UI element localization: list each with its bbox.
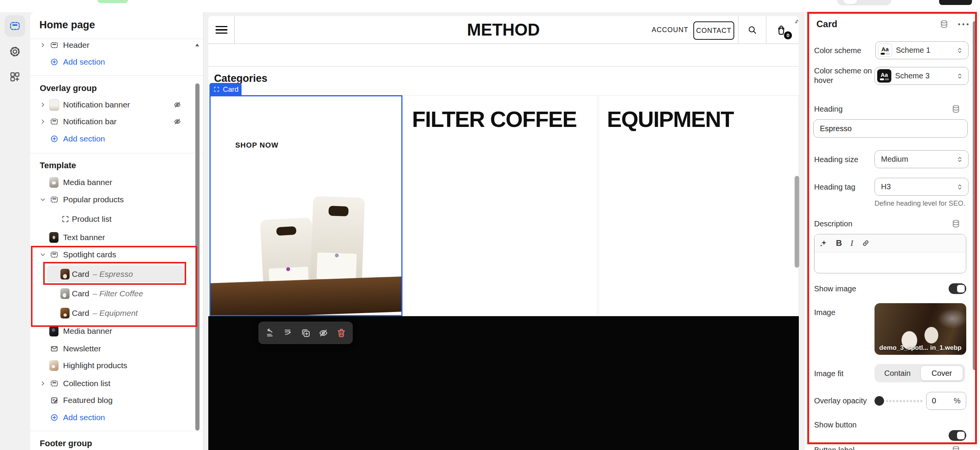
sidebar-item-card-espresso[interactable]: Card– Espresso [30, 266, 203, 283]
opacity-slider-knob[interactable] [875, 396, 884, 406]
color-scheme-select[interactable]: Aa Scheme 1 [875, 41, 969, 59]
divider [30, 431, 203, 431]
add-section-button[interactable]: Add section [30, 130, 203, 147]
color-scheme-hover-select[interactable]: Aa Scheme 3 [875, 67, 969, 85]
rail-sections-button[interactable] [5, 15, 25, 37]
move-into-icon[interactable] [282, 328, 293, 338]
sidebar-item-media-banner-2[interactable]: Media banner [30, 323, 203, 340]
canvas-scroll-arrow[interactable] [794, 18, 800, 23]
select-value: Scheme 1 [896, 46, 930, 55]
group-heading-template: Template [40, 157, 76, 174]
sidebar-scrollbar[interactable] [195, 83, 200, 431]
dynamic-source-icon[interactable] [951, 104, 961, 114]
top-bar [0, 0, 980, 12]
eye-off-icon[interactable] [318, 328, 329, 338]
store-logo[interactable]: METHOD [427, 16, 580, 44]
field-label: Image fit [814, 368, 844, 379]
trash-icon[interactable] [336, 328, 347, 338]
panel-scrollbar[interactable] [973, 21, 977, 370]
chevron-right-icon[interactable] [39, 41, 47, 49]
segment-cover-selected[interactable]: Cover [920, 366, 963, 381]
add-section-button[interactable]: Add section [30, 409, 203, 426]
heading-input[interactable]: Espresso [813, 119, 968, 138]
card-heading: ESPRESSO [216, 106, 344, 134]
heading-size-select[interactable]: Medium [875, 150, 969, 168]
duplicate-icon[interactable] [300, 328, 311, 338]
block-brackets-icon [61, 215, 70, 223]
add-section-button[interactable]: Add section [30, 54, 203, 70]
sidebar-item-spotlight-cards[interactable]: Spotlight cards [30, 246, 203, 263]
section-thumbnail [49, 177, 58, 188]
field-label: Color scheme [814, 45, 861, 56]
panel-scroll-arrow[interactable] [973, 15, 979, 19]
sidebar-item-notification-bar[interactable]: Notification bar [30, 113, 203, 130]
save-button-fragment[interactable] [939, 0, 972, 5]
sidebar-item-media-banner[interactable]: Media banner [30, 174, 203, 191]
sidebar-item-card-equipment[interactable]: Card– Equipment [30, 305, 203, 322]
dynamic-source-icon[interactable] [939, 19, 949, 29]
scheme-swatch: Aa [878, 44, 892, 57]
sidebar-item-product-list[interactable]: Product list [30, 211, 203, 227]
field-label: Color scheme on [814, 66, 872, 75]
menu-button[interactable] [208, 16, 235, 44]
sidebar-item-notification-banner[interactable]: Notification banner [30, 96, 203, 113]
gear-icon [9, 46, 21, 57]
scheme-swatch: Aa [877, 69, 891, 83]
toast-fragment [97, 0, 128, 3]
field-helper-text: Define heading level for SEO. [875, 200, 965, 208]
image-picker-thumbnail[interactable]: demo_3_spotl... in_1.webp [875, 303, 966, 355]
field-label: Heading tag [814, 181, 855, 193]
rail-settings-button[interactable] [9, 46, 21, 57]
italic-icon[interactable]: I [850, 238, 853, 248]
card-equipment[interactable]: EQUIPMENT [599, 95, 799, 316]
chevron-down-icon[interactable] [39, 196, 47, 203]
show-image-toggle[interactable] [949, 283, 966, 294]
heading-tag-select[interactable]: H3 [875, 178, 969, 196]
show-button-toggle[interactable] [949, 430, 966, 441]
opacity-number-input[interactable]: 0 % [926, 392, 966, 410]
card-filter-coffee[interactable]: FILTER COFFEE [404, 95, 597, 316]
sidebar-item-label: Header [63, 37, 89, 54]
search-button[interactable] [745, 23, 759, 37]
sidebar-item-featured-blog[interactable]: Featured blog [30, 392, 203, 409]
sidebar-item-newsletter[interactable]: Newsletter [30, 340, 203, 357]
input-value: Espresso [820, 124, 852, 133]
eye-off-icon[interactable] [173, 101, 182, 109]
bold-icon[interactable]: B [836, 238, 842, 248]
divider [30, 153, 203, 153]
rail-apps-button[interactable] [9, 71, 21, 83]
sidebar-item-card-filter-coffee[interactable]: Card– Filter Coffee [30, 285, 203, 302]
selection-corners-icon [213, 86, 220, 93]
dynamic-source-icon[interactable] [951, 219, 961, 228]
sparkle-icon[interactable] [819, 239, 827, 247]
segment-contain[interactable]: Contain [875, 364, 920, 382]
collapse-triangle-icon[interactable] [194, 42, 201, 49]
opacity-slider-track[interactable] [886, 400, 923, 402]
sidebar-item-popular-products[interactable]: Popular products [30, 191, 203, 208]
move-out-icon[interactable] [264, 328, 275, 338]
wood-counter [209, 276, 402, 316]
dynamic-source-icon[interactable] [951, 445, 961, 450]
chevron-right-icon[interactable] [39, 118, 47, 125]
section-icon [50, 41, 58, 49]
nav-account-link[interactable]: ACCOUNT [652, 16, 688, 44]
link-icon[interactable] [862, 239, 870, 247]
description-textarea[interactable] [815, 252, 966, 273]
description-editor[interactable]: B I [814, 234, 966, 273]
field-label: Overlay opacity [814, 395, 867, 406]
sidebar-item-header[interactable]: Header [30, 37, 203, 54]
overflow-menu-button[interactable] [956, 21, 970, 27]
card-heading: EQUIPMENT [607, 106, 733, 132]
chevron-down-icon[interactable] [39, 251, 47, 258]
shop-now-button[interactable]: SHOP NOW [215, 137, 299, 154]
eye-off-icon[interactable] [173, 117, 182, 126]
plus-circle-icon [50, 58, 58, 66]
chevron-right-icon[interactable] [39, 101, 47, 109]
sidebar-item-highlight-products[interactable]: Highlight products [30, 357, 203, 374]
sidebar-item-collection-list[interactable]: Collection list [30, 375, 203, 392]
canvas-scrollbar[interactable] [795, 176, 799, 268]
sidebar-item-text-banner[interactable]: Text banner [30, 229, 203, 246]
card-espresso[interactable]: ESPRESSO SHOP NOW [209, 95, 402, 316]
nav-contact-button[interactable]: CONTACT [693, 21, 734, 40]
chevron-right-icon[interactable] [39, 380, 47, 387]
